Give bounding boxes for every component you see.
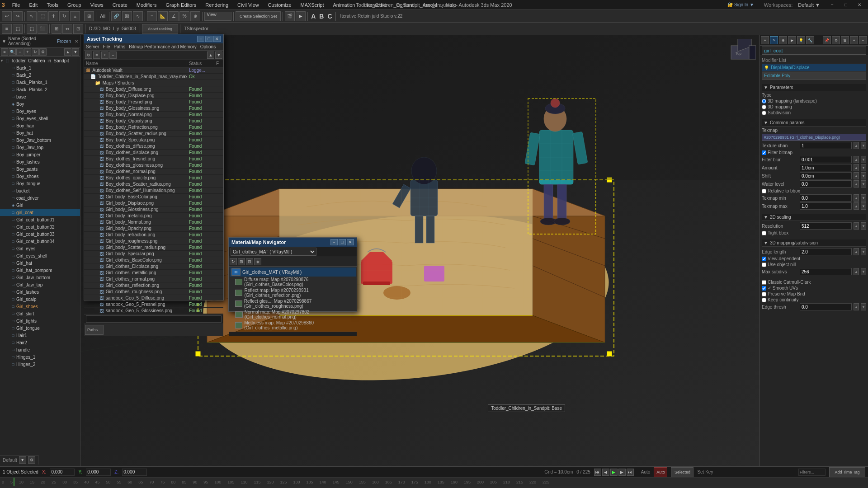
at-item-12[interactable]: 🖼 Boy_clothes_diffuse.png Found: [84, 143, 223, 150]
scene-item-hair1[interactable]: □ Hair1: [0, 332, 80, 339]
modifier-editable-poly[interactable]: Editable Poly: [762, 72, 866, 80]
at-item-33[interactable]: 🖼 Girl_clothes_normal.png Found: [84, 276, 223, 282]
edge-thresh-down[interactable]: ▼: [861, 303, 866, 310]
scene-item-boy_eyes_shell[interactable]: □ Boy_eyes_shell: [0, 115, 80, 122]
scene-item-back_planks1[interactable]: □ Back_Planks_1: [0, 79, 80, 86]
add-time-tag-button[interactable]: Add Time Tag: [829, 467, 865, 477]
max-subdivs-down[interactable]: ▼: [861, 268, 866, 275]
navigation-cube[interactable]: Top: [729, 39, 756, 66]
scene-item-back1[interactable]: □ Back_1: [0, 64, 80, 71]
filter-bitmap-checkbox[interactable]: [762, 150, 766, 155]
at-item-15[interactable]: 🖼 Boy_clothes_glossiness.png Found: [84, 162, 223, 169]
scene-item-girl[interactable]: ◈ Girl: [0, 202, 80, 209]
resolution-down[interactable]: ▼: [861, 222, 866, 230]
object-name-field[interactable]: [762, 47, 866, 55]
scene-item-boy[interactable]: ◈ Boy: [0, 100, 80, 108]
at-item-7[interactable]: 🖼 Boy_body_Normal.png Found: [84, 112, 223, 118]
at-item-13[interactable]: 🖼 Boy_clothes_displace.png Found: [84, 150, 223, 156]
at-filter-button[interactable]: ≡: [93, 52, 100, 59]
smooth-uvs-label[interactable]: ✓ Smooth UVs: [762, 286, 798, 291]
use-object-nill-checkbox[interactable]: [762, 263, 766, 267]
texture-chan-down[interactable]: ▼: [861, 142, 866, 149]
preserve-map-bnd-label[interactable]: Preserve Map Bnd: [762, 291, 805, 296]
scene-item-girl_tongue[interactable]: □ Girl_tongue: [0, 324, 80, 332]
create-tab[interactable]: +: [761, 36, 769, 44]
mat-nav-close[interactable]: ✕: [347, 239, 354, 245]
at-item-22[interactable]: 🖼 Girl_body_Glossiness.png Found: [84, 206, 223, 213]
scene-explorer-close[interactable]: ✕: [75, 39, 78, 44]
resolution-input[interactable]: [800, 222, 852, 230]
named-set-a[interactable]: A: [310, 13, 317, 20]
spinner-snap[interactable]: ⊕: [190, 11, 200, 21]
scene-item-boy_jumper[interactable]: □ Boy_jumper: [0, 151, 80, 158]
menu-edit[interactable]: Edit: [27, 2, 39, 8]
menu-rendering[interactable]: Rendering: [203, 2, 230, 8]
render-setup[interactable]: 🎬: [285, 11, 295, 21]
named-set-b[interactable]: B: [318, 13, 325, 20]
shift-input[interactable]: [800, 172, 852, 179]
settings-button[interactable]: ⚙: [832, 36, 840, 44]
amount-up[interactable]: ▲: [854, 164, 859, 171]
at-menu-file[interactable]: File: [103, 44, 110, 49]
expand-all-button[interactable]: +: [24, 48, 31, 56]
classic-cc-checkbox[interactable]: [762, 280, 766, 285]
water-level-down[interactable]: ▼: [861, 180, 866, 188]
view-dropdown[interactable]: View: [204, 12, 231, 21]
undo-button[interactable]: ↩: [2, 11, 12, 21]
type-subdivision-option[interactable]: Subdivision: [762, 110, 791, 115]
menu-file[interactable]: File: [10, 2, 22, 8]
use-object-nill-label[interactable]: Use object nill: [762, 262, 796, 267]
scene-item-girl_coat_btn01[interactable]: □ Girl_coat_button01: [0, 216, 80, 223]
search-button[interactable]: 🔍: [9, 48, 16, 56]
options-button[interactable]: ⚙: [39, 48, 47, 56]
scene-item-boy_lashes[interactable]: □ Boy_lashes: [0, 158, 80, 165]
texmap-min-up[interactable]: ▲: [854, 194, 859, 202]
scene-explorer-toggle[interactable]: ≡: [2, 24, 12, 34]
angle-snap[interactable]: ∠: [169, 11, 179, 21]
move-button[interactable]: ✛: [48, 11, 58, 21]
default-options[interactable]: ⚙: [28, 456, 35, 464]
mat-nav-select-children[interactable]: ◈: [254, 258, 261, 265]
mat-nav-collapse[interactable]: ⊟: [246, 258, 253, 265]
texmap-max-input[interactable]: [800, 202, 852, 210]
scene-item-girl_coat_btn02[interactable]: □ Girl_coat_button02: [0, 223, 80, 230]
named-set-c[interactable]: C: [326, 13, 333, 20]
scene-item-girl_eyes_shell[interactable]: □ Girl_eyes_shell: [0, 252, 80, 259]
filter-blur-up[interactable]: ▲: [854, 156, 859, 163]
menu-create[interactable]: Create: [111, 2, 129, 8]
at-item-10[interactable]: 🖼 Boy_body_Scatter_radius.png Found: [84, 131, 223, 137]
scene-item-girl_scalp[interactable]: □ Girl_scalp: [0, 296, 80, 303]
link-button[interactable]: 🔗: [111, 11, 121, 21]
texmap-min-down[interactable]: ▼: [861, 194, 866, 202]
filter-button[interactable]: ≡: [1, 48, 8, 56]
scene-item-boy_pants[interactable]: □ Boy_pants: [0, 165, 80, 173]
keep-continuity-label[interactable]: Keep continuity: [762, 297, 798, 302]
create-selection-set[interactable]: Create Selection Set: [236, 11, 281, 21]
scene-item-boy_eyes[interactable]: □ Boy_eyes: [0, 108, 80, 115]
at-menu-options[interactable]: Options: [200, 44, 216, 49]
close-button[interactable]: ✕: [853, 0, 866, 10]
water-level-input[interactable]: [800, 180, 852, 188]
view-dependent-label[interactable]: View-dependent: [762, 256, 800, 261]
motion-tab[interactable]: ▶: [788, 36, 796, 44]
preserve-map-bnd-checkbox[interactable]: [762, 292, 766, 296]
utility-tab[interactable]: 🔧: [806, 36, 814, 44]
scene-item-girl_jaw_bottom[interactable]: □ Girl_Jaw_bottom: [0, 274, 80, 281]
at-item-9[interactable]: 🖼 Boy_body_Refraction.png Found: [84, 124, 223, 131]
amount-input[interactable]: [800, 164, 852, 171]
at-item-5[interactable]: 🖼 Boy_body_Fresnel.png Found: [84, 99, 223, 105]
scene-item-boy_jaw_top[interactable]: □ Boy_Jaw_top: [0, 144, 80, 151]
texture-chan-input[interactable]: [800, 142, 852, 149]
at-remove-button[interactable]: −: [109, 52, 117, 59]
asset-tracking-path-input[interactable]: [86, 315, 222, 323]
render-frame[interactable]: ⬚: [27, 24, 37, 34]
at-add-button[interactable]: +: [101, 52, 108, 59]
mat-nav-root-node[interactable]: M Girl_clothes_MAT ( VRayMtl ): [230, 267, 356, 277]
mat-nav-sync[interactable]: ↻: [230, 258, 237, 265]
at-item-20[interactable]: 🖼 Girl_body_BaseColor.png Found: [84, 194, 223, 200]
search-input[interactable]: [798, 469, 826, 476]
texture-chan-up[interactable]: ▲: [854, 142, 859, 149]
at-item-26[interactable]: 🖼 Girl_body_refraction.png Found: [84, 232, 223, 238]
reference-coord-button[interactable]: ⊞: [84, 11, 94, 21]
amount-down[interactable]: ▼: [861, 164, 866, 171]
